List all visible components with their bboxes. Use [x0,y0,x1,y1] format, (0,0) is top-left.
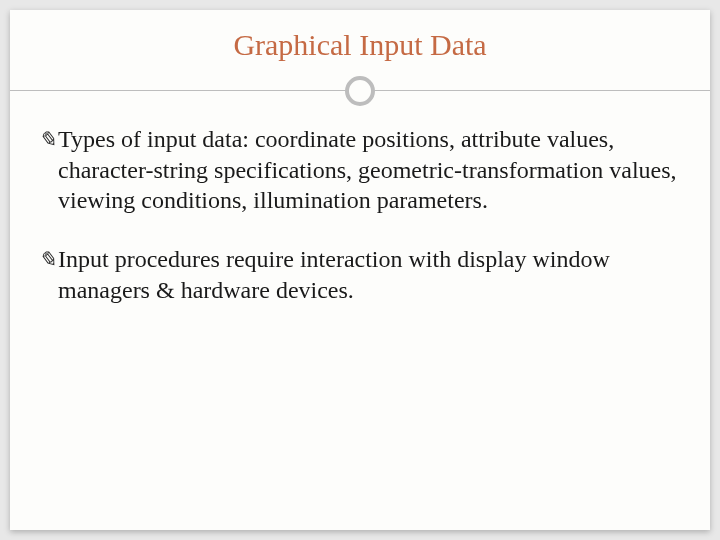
bullet-text: Types of input data: coordinate position… [58,124,682,216]
title-divider [34,72,686,112]
bullet-icon: ✎ [38,246,56,274]
slide: Graphical Input Data ✎ Types of input da… [10,10,710,530]
slide-title: Graphical Input Data [34,28,686,62]
list-item: ✎ Input procedures require interaction w… [38,244,682,305]
bullet-icon: ✎ [38,126,56,154]
slide-content: ✎ Types of input data: coordinate positi… [34,124,686,306]
bullet-text: Input procedures require interaction wit… [58,244,682,305]
divider-circle-icon [345,76,375,106]
list-item: ✎ Types of input data: coordinate positi… [38,124,682,216]
